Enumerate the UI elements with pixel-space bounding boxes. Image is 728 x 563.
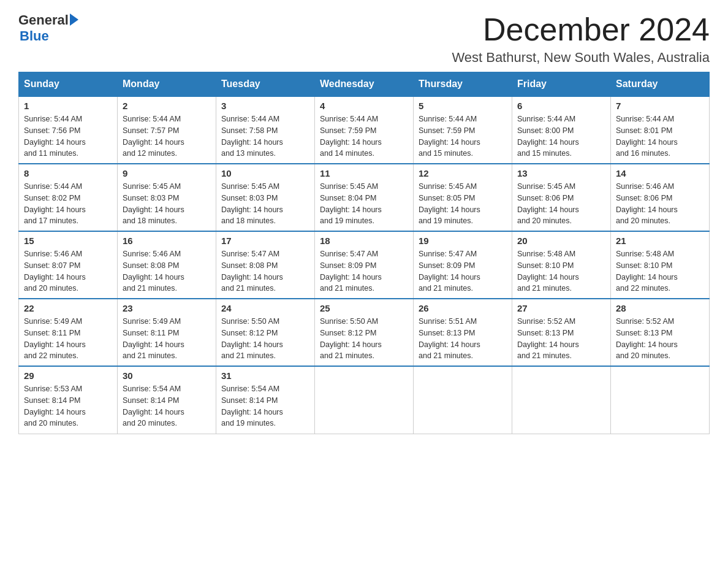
day-info: Sunrise: 5:46 AM Sunset: 8:08 PM Dayligh… — [123, 248, 211, 294]
calendar-cell: 30 Sunrise: 5:54 AM Sunset: 8:14 PM Dayl… — [118, 366, 216, 434]
calendar-cell: 19 Sunrise: 5:47 AM Sunset: 8:09 PM Dayl… — [414, 231, 512, 299]
calendar-cell: 2 Sunrise: 5:44 AM Sunset: 7:57 PM Dayli… — [118, 96, 216, 164]
calendar-cell: 10 Sunrise: 5:45 AM Sunset: 8:03 PM Dayl… — [216, 164, 315, 231]
day-info: Sunrise: 5:44 AM Sunset: 7:59 PM Dayligh… — [419, 113, 507, 159]
day-number: 30 — [123, 370, 211, 381]
calendar-cell: 3 Sunrise: 5:44 AM Sunset: 7:58 PM Dayli… — [216, 96, 315, 164]
day-number: 29 — [24, 370, 112, 381]
calendar-table: SundayMondayTuesdayWednesdayThursdayFrid… — [18, 72, 710, 434]
calendar-header-row: SundayMondayTuesdayWednesdayThursdayFrid… — [19, 72, 710, 97]
day-info: Sunrise: 5:44 AM Sunset: 7:56 PM Dayligh… — [24, 113, 112, 159]
day-number: 24 — [221, 303, 309, 313]
week-row-5: 29 Sunrise: 5:53 AM Sunset: 8:14 PM Dayl… — [19, 366, 710, 434]
week-row-4: 22 Sunrise: 5:49 AM Sunset: 8:11 PM Dayl… — [19, 299, 710, 366]
calendar-cell — [414, 366, 512, 434]
day-info: Sunrise: 5:52 AM Sunset: 8:13 PM Dayligh… — [517, 316, 605, 362]
calendar-cell: 24 Sunrise: 5:50 AM Sunset: 8:12 PM Dayl… — [216, 299, 315, 366]
day-header-thursday: Thursday — [414, 72, 512, 97]
calendar-cell: 28 Sunrise: 5:52 AM Sunset: 8:13 PM Dayl… — [611, 299, 710, 366]
day-number: 12 — [419, 168, 507, 178]
day-number: 31 — [221, 370, 309, 381]
day-info: Sunrise: 5:52 AM Sunset: 8:13 PM Dayligh… — [616, 316, 704, 362]
day-info: Sunrise: 5:44 AM Sunset: 8:00 PM Dayligh… — [517, 113, 605, 159]
day-info: Sunrise: 5:51 AM Sunset: 8:13 PM Dayligh… — [419, 316, 507, 362]
calendar-cell: 16 Sunrise: 5:46 AM Sunset: 8:08 PM Dayl… — [118, 231, 216, 299]
day-number: 22 — [24, 303, 112, 313]
day-number: 5 — [419, 101, 507, 111]
day-number: 10 — [221, 168, 309, 178]
page-header: General Blue December 2024 West Bathurst… — [18, 12, 710, 66]
calendar-cell — [512, 366, 611, 434]
day-number: 17 — [221, 236, 309, 246]
day-number: 2 — [123, 101, 211, 111]
day-info: Sunrise: 5:47 AM Sunset: 8:09 PM Dayligh… — [320, 248, 408, 294]
calendar-cell: 26 Sunrise: 5:51 AM Sunset: 8:13 PM Dayl… — [414, 299, 512, 366]
day-info: Sunrise: 5:48 AM Sunset: 8:10 PM Dayligh… — [616, 248, 704, 294]
location-title: West Bathurst, New South Wales, Australi… — [452, 50, 710, 66]
day-number: 8 — [24, 168, 112, 178]
calendar-cell: 25 Sunrise: 5:50 AM Sunset: 8:12 PM Dayl… — [315, 299, 414, 366]
day-info: Sunrise: 5:54 AM Sunset: 8:14 PM Dayligh… — [123, 383, 211, 429]
day-header-monday: Monday — [118, 72, 216, 97]
calendar-cell: 9 Sunrise: 5:45 AM Sunset: 8:03 PM Dayli… — [118, 164, 216, 231]
day-info: Sunrise: 5:46 AM Sunset: 8:06 PM Dayligh… — [616, 181, 704, 227]
day-info: Sunrise: 5:44 AM Sunset: 7:59 PM Dayligh… — [320, 113, 408, 159]
day-number: 19 — [419, 236, 507, 246]
day-info: Sunrise: 5:47 AM Sunset: 8:08 PM Dayligh… — [221, 248, 309, 294]
day-number: 16 — [123, 236, 211, 246]
calendar-cell: 7 Sunrise: 5:44 AM Sunset: 8:01 PM Dayli… — [611, 96, 710, 164]
calendar-cell: 11 Sunrise: 5:45 AM Sunset: 8:04 PM Dayl… — [315, 164, 414, 231]
day-info: Sunrise: 5:45 AM Sunset: 8:03 PM Dayligh… — [221, 181, 309, 227]
calendar-cell: 17 Sunrise: 5:47 AM Sunset: 8:08 PM Dayl… — [216, 231, 315, 299]
calendar-cell: 23 Sunrise: 5:49 AM Sunset: 8:11 PM Dayl… — [118, 299, 216, 366]
calendar-cell — [315, 366, 414, 434]
day-info: Sunrise: 5:49 AM Sunset: 8:11 PM Dayligh… — [123, 316, 211, 362]
week-row-2: 8 Sunrise: 5:44 AM Sunset: 8:02 PM Dayli… — [19, 164, 710, 231]
calendar-cell: 4 Sunrise: 5:44 AM Sunset: 7:59 PM Dayli… — [315, 96, 414, 164]
calendar-cell: 21 Sunrise: 5:48 AM Sunset: 8:10 PM Dayl… — [611, 231, 710, 299]
day-number: 18 — [320, 236, 408, 246]
day-info: Sunrise: 5:45 AM Sunset: 8:06 PM Dayligh… — [517, 181, 605, 227]
calendar-cell: 18 Sunrise: 5:47 AM Sunset: 8:09 PM Dayl… — [315, 231, 414, 299]
logo: General Blue — [18, 12, 78, 44]
day-number: 20 — [517, 236, 605, 246]
day-info: Sunrise: 5:45 AM Sunset: 8:04 PM Dayligh… — [320, 181, 408, 227]
calendar-cell: 29 Sunrise: 5:53 AM Sunset: 8:14 PM Dayl… — [19, 366, 118, 434]
day-header-sunday: Sunday — [19, 72, 118, 97]
day-number: 14 — [616, 168, 704, 178]
calendar-cell: 6 Sunrise: 5:44 AM Sunset: 8:00 PM Dayli… — [512, 96, 611, 164]
day-info: Sunrise: 5:53 AM Sunset: 8:14 PM Dayligh… — [24, 383, 112, 429]
calendar-cell: 1 Sunrise: 5:44 AM Sunset: 7:56 PM Dayli… — [19, 96, 118, 164]
day-info: Sunrise: 5:44 AM Sunset: 7:57 PM Dayligh… — [123, 113, 211, 159]
day-number: 9 — [123, 168, 211, 178]
day-info: Sunrise: 5:45 AM Sunset: 8:03 PM Dayligh… — [123, 181, 211, 227]
day-number: 23 — [123, 303, 211, 313]
day-info: Sunrise: 5:50 AM Sunset: 8:12 PM Dayligh… — [320, 316, 408, 362]
day-number: 26 — [419, 303, 507, 313]
calendar-cell — [611, 366, 710, 434]
day-info: Sunrise: 5:45 AM Sunset: 8:05 PM Dayligh… — [419, 181, 507, 227]
calendar-cell: 13 Sunrise: 5:45 AM Sunset: 8:06 PM Dayl… — [512, 164, 611, 231]
day-number: 1 — [24, 101, 112, 111]
calendar-cell: 31 Sunrise: 5:54 AM Sunset: 8:14 PM Dayl… — [216, 366, 315, 434]
week-row-1: 1 Sunrise: 5:44 AM Sunset: 7:56 PM Dayli… — [19, 96, 710, 164]
logo-blue: Blue — [20, 28, 78, 44]
calendar-cell: 20 Sunrise: 5:48 AM Sunset: 8:10 PM Dayl… — [512, 231, 611, 299]
day-number: 27 — [517, 303, 605, 313]
day-header-tuesday: Tuesday — [216, 72, 315, 97]
day-info: Sunrise: 5:46 AM Sunset: 8:07 PM Dayligh… — [24, 248, 112, 294]
month-title: December 2024 — [452, 12, 710, 47]
title-section: December 2024 West Bathurst, New South W… — [452, 12, 710, 66]
day-number: 25 — [320, 303, 408, 313]
calendar-cell: 14 Sunrise: 5:46 AM Sunset: 8:06 PM Dayl… — [611, 164, 710, 231]
calendar-cell: 8 Sunrise: 5:44 AM Sunset: 8:02 PM Dayli… — [19, 164, 118, 231]
day-number: 21 — [616, 236, 704, 246]
day-info: Sunrise: 5:47 AM Sunset: 8:09 PM Dayligh… — [419, 248, 507, 294]
day-info: Sunrise: 5:50 AM Sunset: 8:12 PM Dayligh… — [221, 316, 309, 362]
calendar-cell: 12 Sunrise: 5:45 AM Sunset: 8:05 PM Dayl… — [414, 164, 512, 231]
calendar-cell: 5 Sunrise: 5:44 AM Sunset: 7:59 PM Dayli… — [414, 96, 512, 164]
day-number: 15 — [24, 236, 112, 246]
day-header-saturday: Saturday — [611, 72, 710, 97]
day-info: Sunrise: 5:44 AM Sunset: 8:02 PM Dayligh… — [24, 181, 112, 227]
day-info: Sunrise: 5:44 AM Sunset: 8:01 PM Dayligh… — [616, 113, 704, 159]
